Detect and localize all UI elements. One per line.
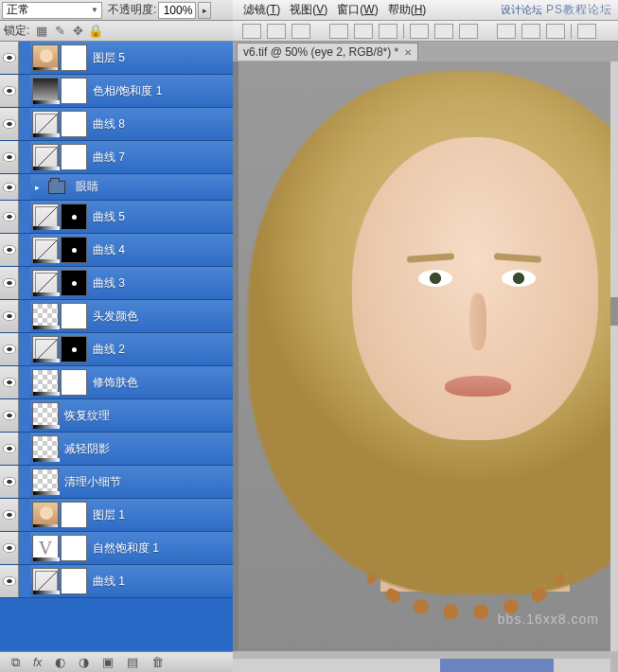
layer-row[interactable]: 头发颜色 — [0, 300, 233, 333]
visibility-toggle[interactable] — [0, 532, 19, 564]
menu-window[interactable]: 窗口(W) — [334, 2, 380, 18]
layer-row[interactable]: 曲线 4 — [0, 234, 233, 267]
layer-name-label[interactable]: 头发颜色 — [87, 309, 138, 325]
layer-thumbnail[interactable] — [32, 237, 59, 263]
layer-thumbnail[interactable] — [32, 502, 59, 528]
layer-row[interactable]: 减轻阴影 — [0, 433, 233, 466]
menu-view[interactable]: 视图(V) — [287, 2, 330, 18]
vertical-scrollbar[interactable] — [610, 62, 618, 651]
blend-mode-select[interactable]: 正常 — [2, 2, 102, 19]
layer-row[interactable]: 图层 1 — [0, 499, 233, 532]
layer-thumbnail[interactable]: V — [32, 535, 59, 561]
layer-name-label[interactable]: 曲线 1 — [87, 574, 125, 590]
layer-row[interactable]: 清理小细节 — [0, 466, 233, 499]
visibility-toggle[interactable] — [0, 75, 19, 107]
layer-mask-thumbnail[interactable] — [61, 535, 87, 561]
close-tab-icon[interactable]: ✕ — [404, 47, 412, 58]
layer-mask-thumbnail[interactable] — [61, 78, 87, 104]
layer-thumbnail[interactable] — [32, 336, 59, 363]
layer-thumbnail[interactable] — [32, 469, 59, 495]
align-hcenter-icon[interactable] — [354, 24, 373, 39]
layer-fx-icon[interactable]: fx — [33, 655, 42, 669]
layer-mask-thumbnail[interactable] — [61, 44, 87, 71]
menu-help[interactable]: 帮助(H) — [385, 2, 430, 18]
align-right-icon[interactable] — [379, 24, 397, 39]
visibility-toggle[interactable] — [0, 466, 19, 498]
expand-icon[interactable]: ▸ — [32, 183, 42, 192]
document-tab[interactable]: v6.tif @ 50% (eye 2, RGB/8*) * ✕ — [237, 43, 418, 61]
layer-thumbnail[interactable] — [32, 369, 59, 396]
layer-row[interactable]: 曲线 8 — [0, 108, 233, 141]
layer-row[interactable]: 曲线 5 — [0, 201, 233, 234]
layer-mask-thumbnail[interactable] — [61, 144, 87, 170]
layer-mask-thumbnail[interactable] — [61, 336, 87, 363]
layer-mask-thumbnail[interactable] — [61, 303, 87, 329]
distribute-top-icon[interactable] — [410, 24, 429, 39]
layer-row[interactable]: 恢复纹理 — [0, 399, 233, 433]
layer-row[interactable]: 曲线 7 — [0, 141, 233, 174]
layers-panel[interactable]: 图层 5色相/饱和度 1曲线 8曲线 7▸眼睛曲线 5曲线 4曲线 3头发颜色曲… — [0, 42, 233, 651]
layer-name-label[interactable]: 图层 5 — [87, 50, 125, 66]
layer-thumbnail[interactable] — [32, 568, 59, 594]
layer-thumbnail[interactable] — [32, 144, 59, 170]
link-layers-icon[interactable]: ⧉ — [11, 655, 20, 670]
layer-row[interactable]: 曲线 1 — [0, 565, 233, 598]
lock-transparency-icon[interactable]: ▦ — [35, 25, 48, 38]
lock-position-icon[interactable]: ✥ — [71, 25, 84, 38]
document-canvas[interactable]: bbs.16xx8.com — [233, 62, 610, 651]
layer-name-label[interactable]: 减轻阴影 — [59, 441, 110, 457]
visibility-toggle[interactable] — [0, 108, 19, 140]
layer-mask-thumbnail[interactable] — [61, 270, 87, 296]
visibility-toggle[interactable] — [0, 141, 19, 173]
layer-mask-thumbnail[interactable] — [61, 203, 87, 230]
layer-name-label[interactable]: 曲线 7 — [87, 150, 125, 166]
layer-thumbnail[interactable] — [32, 402, 59, 429]
lock-pixels-icon[interactable]: ✎ — [53, 25, 66, 38]
distribute-bottom-icon[interactable] — [459, 24, 478, 39]
auto-align-icon[interactable] — [577, 24, 596, 39]
visibility-toggle[interactable] — [0, 433, 19, 465]
menu-forum-link[interactable]: 设计论坛 — [501, 3, 542, 17]
align-top-icon[interactable] — [242, 24, 261, 39]
menu-filter[interactable]: 滤镜(T) — [240, 2, 283, 18]
layer-name-label[interactable]: 自然饱和度 1 — [87, 540, 159, 557]
visibility-toggle[interactable] — [0, 565, 19, 597]
layer-name-label[interactable]: 曲线 5 — [87, 209, 125, 225]
visibility-toggle[interactable] — [0, 174, 19, 200]
new-group-icon[interactable]: ▣ — [102, 655, 114, 669]
layer-row[interactable]: 修饰肤色 — [0, 366, 233, 399]
new-layer-icon[interactable]: ▤ — [127, 655, 138, 669]
layer-name-label[interactable]: 色相/饱和度 1 — [87, 83, 162, 99]
layer-mask-thumbnail[interactable] — [61, 237, 87, 263]
layer-mask-icon[interactable]: ◐ — [55, 655, 65, 669]
visibility-toggle[interactable] — [0, 234, 19, 266]
distribute-vcenter-icon[interactable] — [434, 24, 453, 39]
layer-mask-thumbnail[interactable] — [61, 369, 87, 396]
layer-name-label[interactable]: 曲线 8 — [87, 116, 125, 133]
layer-thumbnail[interactable] — [32, 303, 59, 329]
layer-thumbnail[interactable] — [32, 435, 59, 462]
layer-name-label[interactable]: 曲线 3 — [87, 275, 125, 292]
horizontal-scrollbar[interactable] — [233, 659, 610, 672]
scroll-thumb[interactable] — [440, 659, 554, 672]
visibility-toggle[interactable] — [0, 366, 19, 398]
scroll-thumb[interactable] — [610, 297, 618, 326]
distribute-left-icon[interactable] — [497, 24, 516, 39]
layer-name-label[interactable]: 图层 1 — [87, 507, 125, 523]
visibility-toggle[interactable] — [0, 42, 19, 74]
visibility-toggle[interactable] — [0, 499, 19, 531]
distribute-hcenter-icon[interactable] — [521, 24, 540, 39]
layer-name-label[interactable]: 曲线 4 — [87, 242, 125, 258]
layer-thumbnail[interactable] — [32, 203, 59, 230]
align-vcenter-icon[interactable] — [267, 24, 286, 39]
visibility-toggle[interactable] — [0, 300, 19, 332]
align-left-icon[interactable] — [329, 24, 348, 39]
lock-all-icon[interactable]: 🔒 — [89, 25, 102, 38]
layer-mask-thumbnail[interactable] — [61, 568, 87, 594]
layer-row[interactable]: V自然饱和度 1 — [0, 532, 233, 565]
align-bottom-icon[interactable] — [291, 24, 310, 39]
layer-thumbnail[interactable] — [32, 78, 59, 104]
delete-layer-icon[interactable]: 🗑 — [151, 655, 164, 669]
layer-mask-thumbnail[interactable] — [61, 111, 87, 137]
layer-thumbnail[interactable] — [32, 111, 59, 137]
